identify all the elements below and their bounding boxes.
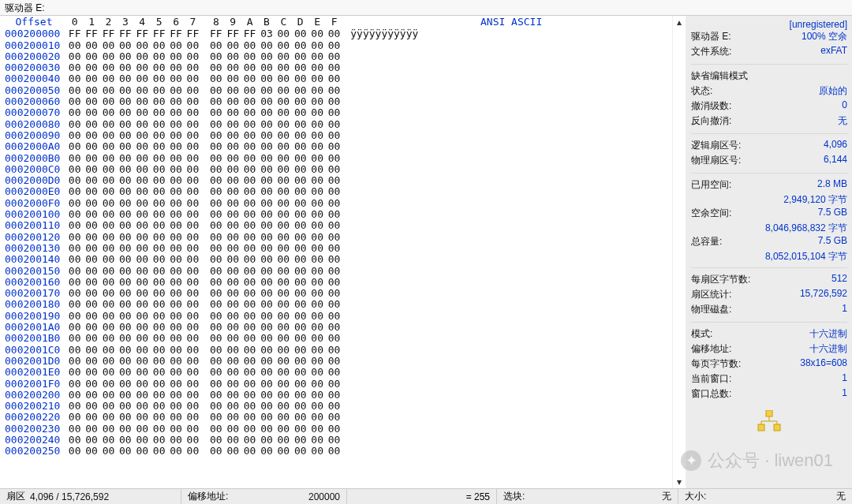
hex-byte-cell[interactable]: 00 <box>83 367 99 378</box>
hex-byte-cell[interactable]: 00 <box>326 299 342 310</box>
hex-byte-cell[interactable]: 00 <box>66 73 83 84</box>
hex-byte-cell[interactable]: 00 <box>134 220 151 231</box>
hex-byte-cell[interactable]: 00 <box>326 243 342 254</box>
header-byte-8[interactable]: 8 <box>207 17 224 28</box>
hex-byte-cell[interactable]: 00 <box>134 322 151 333</box>
row-offset[interactable]: 0002001E0 <box>2 367 66 378</box>
hex-byte-cell[interactable]: 00 <box>185 401 201 412</box>
hex-byte-cell[interactable]: 00 <box>207 130 224 141</box>
hex-byte-cell[interactable]: 00 <box>258 390 275 401</box>
hex-byte-cell[interactable]: 00 <box>275 379 292 390</box>
row-ascii[interactable] <box>342 220 350 231</box>
hex-byte-cell[interactable]: 00 <box>66 96 83 107</box>
hex-byte-cell[interactable]: 00 <box>308 85 325 96</box>
hex-byte-cell[interactable]: 00 <box>66 277 83 288</box>
hex-byte-cell[interactable]: 00 <box>117 311 133 322</box>
hex-byte-cell[interactable]: 00 <box>66 299 83 310</box>
row-offset[interactable]: 000200110 <box>2 220 66 231</box>
hex-byte-cell[interactable]: 00 <box>134 254 151 265</box>
hex-byte-cell[interactable]: 00 <box>117 401 133 412</box>
hex-byte-cell[interactable]: 00 <box>167 288 184 299</box>
hex-byte-cell[interactable]: 00 <box>225 164 241 175</box>
hex-byte-cell[interactable]: 00 <box>100 107 117 118</box>
row-offset[interactable]: 000200180 <box>2 299 66 310</box>
header-offset-label[interactable]: Offset <box>2 17 66 28</box>
header-byte-2[interactable]: 2 <box>100 17 117 28</box>
hex-byte-cell[interactable]: 00 <box>134 51 151 62</box>
hex-byte-cell[interactable]: 00 <box>326 141 342 152</box>
hex-byte-cell[interactable]: 00 <box>207 446 224 457</box>
hex-byte-cell[interactable]: 00 <box>258 119 275 130</box>
hex-byte-cell[interactable]: 00 <box>100 220 117 231</box>
hex-byte-cell[interactable]: 00 <box>117 51 133 62</box>
row-offset[interactable]: 0002000B0 <box>2 153 66 164</box>
hex-byte-cell[interactable]: 00 <box>134 446 151 457</box>
hex-byte-cell[interactable]: 00 <box>117 73 133 84</box>
hex-byte-cell[interactable]: 00 <box>66 164 83 175</box>
header-byte-6[interactable]: 6 <box>167 17 184 28</box>
hex-byte-cell[interactable]: 00 <box>241 401 258 412</box>
row-ascii[interactable] <box>342 379 350 390</box>
hex-byte-cell[interactable]: 00 <box>207 345 224 356</box>
hex-byte-cell[interactable]: 00 <box>275 333 292 344</box>
hex-byte-cell[interactable]: 00 <box>167 424 184 435</box>
hex-byte-cell[interactable]: 00 <box>185 51 201 62</box>
hex-byte-cell[interactable]: 00 <box>292 141 308 152</box>
hex-byte-cell[interactable]: 00 <box>258 345 275 356</box>
hex-byte-cell[interactable]: 00 <box>308 299 325 310</box>
row-ascii[interactable] <box>342 412 350 423</box>
hex-byte-cell[interactable]: 00 <box>326 333 342 344</box>
hex-byte-cell[interactable]: 00 <box>308 28 325 39</box>
hex-byte-cell[interactable]: 00 <box>326 345 342 356</box>
hex-byte-cell[interactable]: 00 <box>225 51 241 62</box>
hex-byte-cell[interactable]: 00 <box>258 51 275 62</box>
hex-byte-cell[interactable]: 00 <box>83 345 99 356</box>
hex-row[interactable]: 0002001200000000000000000000000000000000… <box>2 232 672 243</box>
hex-byte-cell[interactable]: 00 <box>83 288 99 299</box>
hex-row[interactable]: 000200000FFFFFFFFFFFFFFFFFFFFFF030000000… <box>2 28 672 39</box>
row-offset[interactable]: 0002001A0 <box>2 322 66 333</box>
hex-byte-cell[interactable]: 00 <box>134 412 151 423</box>
hex-row[interactable]: 0002002300000000000000000000000000000000… <box>2 424 672 435</box>
hex-byte-cell[interactable]: 00 <box>66 232 83 243</box>
hex-byte-cell[interactable]: 00 <box>326 107 342 118</box>
hex-byte-cell[interactable]: 00 <box>66 198 83 209</box>
hex-byte-cell[interactable]: 00 <box>151 288 167 299</box>
hex-byte-cell[interactable]: 00 <box>167 390 184 401</box>
hex-byte-cell[interactable]: 00 <box>83 446 99 457</box>
hex-byte-cell[interactable]: 00 <box>66 141 83 152</box>
hex-byte-cell[interactable]: 00 <box>100 186 117 197</box>
hex-byte-cell[interactable]: 00 <box>83 73 99 84</box>
hex-byte-cell[interactable]: 00 <box>225 299 241 310</box>
hex-byte-cell[interactable]: 00 <box>117 322 133 333</box>
hex-byte-cell[interactable]: 00 <box>100 311 117 322</box>
hex-byte-cell[interactable]: 00 <box>167 96 184 107</box>
hex-byte-cell[interactable]: 00 <box>275 254 292 265</box>
hex-byte-cell[interactable]: 00 <box>66 51 83 62</box>
hex-byte-cell[interactable]: 00 <box>151 186 167 197</box>
hex-byte-cell[interactable]: FF <box>134 28 151 39</box>
row-ascii[interactable] <box>342 322 350 333</box>
hex-byte-cell[interactable]: 00 <box>134 130 151 141</box>
hex-byte-cell[interactable]: 00 <box>151 266 167 277</box>
hex-byte-cell[interactable]: 00 <box>225 209 241 220</box>
hex-byte-cell[interactable]: 00 <box>134 277 151 288</box>
hex-byte-cell[interactable]: 00 <box>308 51 325 62</box>
hex-byte-cell[interactable]: 00 <box>326 28 342 39</box>
hex-byte-cell[interactable]: 00 <box>66 288 83 299</box>
header-byte-E[interactable]: E <box>308 17 325 28</box>
row-ascii[interactable] <box>342 62 350 73</box>
hex-panel[interactable]: Offset 0123456789ABCDEF ANSI ASCII 00020… <box>0 16 672 488</box>
hex-byte-cell[interactable]: 00 <box>275 198 292 209</box>
hex-byte-cell[interactable]: 00 <box>326 40 342 51</box>
hex-byte-cell[interactable]: 00 <box>66 412 83 423</box>
hex-byte-cell[interactable]: 00 <box>241 424 258 435</box>
hex-byte-cell[interactable]: 00 <box>167 186 184 197</box>
hex-byte-cell[interactable]: 00 <box>258 288 275 299</box>
hex-byte-cell[interactable]: 00 <box>66 153 83 164</box>
hex-byte-cell[interactable]: 00 <box>225 288 241 299</box>
hex-byte-cell[interactable]: 00 <box>66 119 83 130</box>
hex-byte-cell[interactable]: 00 <box>167 40 184 51</box>
hex-row[interactable]: 0002000D00000000000000000000000000000000… <box>2 175 672 186</box>
row-offset[interactable]: 0002001C0 <box>2 345 66 356</box>
